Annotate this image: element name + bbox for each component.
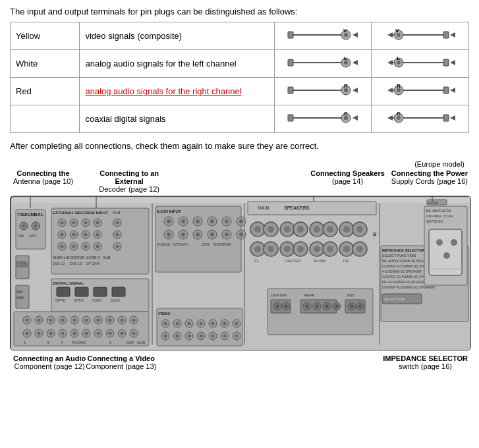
connector-right-coax: C xyxy=(372,105,469,133)
svg-marker-51 xyxy=(450,115,455,121)
svg-text:SUB: SUB xyxy=(103,256,111,260)
svg-text:SAT/SAT+: SAT/SAT+ xyxy=(173,242,189,246)
svg-text:SWITCHED: SWITCHED xyxy=(426,219,443,223)
svg-text:5.1CH INPUT: 5.1CH INPUT xyxy=(157,210,181,213)
svg-text:C: C xyxy=(344,111,348,117)
svg-point-310 xyxy=(443,252,450,259)
svg-point-206 xyxy=(188,322,191,325)
svg-text:FM: FM xyxy=(18,234,24,238)
svg-text:SELECTOR: SELECTOR xyxy=(383,297,405,301)
svg-rect-50 xyxy=(443,115,449,121)
svg-text:AM: AM xyxy=(16,290,22,294)
svg-point-239 xyxy=(297,226,304,233)
svg-text:IMPEDANCE SELECTOR: IMPEDANCE SELECTOR xyxy=(382,248,424,252)
svg-point-235 xyxy=(268,226,274,233)
svg-point-143 xyxy=(26,332,29,335)
svg-point-176 xyxy=(196,219,200,223)
svg-marker-12 xyxy=(450,32,455,38)
connector-right-white: L xyxy=(372,50,469,78)
svg-text:DVD/LD: DVD/LD xyxy=(157,242,170,246)
svg-text:COAX: COAX xyxy=(111,298,121,302)
connector-svg-right-yellow: V xyxy=(384,26,457,44)
svg-text:FR: FR xyxy=(343,259,349,263)
svg-point-263 xyxy=(356,246,363,252)
svg-text:SELECT FUNCTION: SELECT FUNCTION xyxy=(382,254,416,258)
svg-text:R: R xyxy=(344,83,348,89)
svg-marker-18 xyxy=(352,60,358,65)
svg-point-135 xyxy=(97,319,100,322)
connector-left-coax: C xyxy=(274,105,372,133)
svg-point-141 xyxy=(132,319,136,322)
svg-point-247 xyxy=(356,226,363,233)
svg-point-192 xyxy=(225,233,229,237)
svg-point-159 xyxy=(121,332,124,335)
label-impedance: IMPEDANCE SELECTOR switch (page 16) xyxy=(383,354,468,370)
svg-marker-44 xyxy=(352,115,358,121)
color-white: White xyxy=(11,50,80,78)
label-power: Connecting the Power Supply Cords (page … xyxy=(391,169,468,193)
svg-point-289 xyxy=(351,305,354,308)
svg-point-309 xyxy=(451,239,457,246)
svg-rect-40 xyxy=(288,115,293,121)
svg-rect-114 xyxy=(75,287,88,296)
diagram-section: (Europe model) Connecting the Antenna (p… xyxy=(10,160,471,370)
svg-text:OPTIC: OPTIC xyxy=(55,298,66,302)
svg-rect-115 xyxy=(94,287,107,296)
label-video-component: Connecting a Video Component (page 13) xyxy=(86,354,156,370)
svg-point-259 xyxy=(327,246,333,252)
svg-text:CENTER: CENTER xyxy=(285,259,301,263)
svg-point-291 xyxy=(358,305,362,308)
svg-point-228 xyxy=(235,335,239,338)
svg-rect-53 xyxy=(12,198,470,203)
svg-point-157 xyxy=(109,332,112,335)
svg-point-74 xyxy=(61,221,64,225)
svg-point-139 xyxy=(121,319,124,322)
desc-red: analog audio signals for the right chann… xyxy=(80,78,274,105)
svg-text:OUT: OUT xyxy=(126,341,134,345)
svg-point-204 xyxy=(176,322,179,325)
svg-text:SUB: SUB xyxy=(113,211,121,215)
svg-point-257 xyxy=(314,246,320,252)
svg-point-210 xyxy=(211,322,215,325)
svg-text:ANT: ANT xyxy=(29,234,37,238)
svg-point-86 xyxy=(84,233,88,237)
svg-text:L: L xyxy=(397,55,400,61)
svg-point-76 xyxy=(72,221,76,225)
svg-marker-45 xyxy=(387,115,393,121)
svg-point-137 xyxy=(109,319,112,322)
table-row: coaxial digital signals C C xyxy=(11,105,469,133)
svg-point-90 xyxy=(61,245,64,248)
svg-text:4-Ω 8Ω/MIN 6Ω SPEAKER: 4-Ω 8Ω/MIN 6Ω SPEAKER xyxy=(382,269,422,273)
svg-text:B: B xyxy=(373,231,377,237)
svg-marker-32 xyxy=(387,88,393,93)
svg-point-274 xyxy=(276,305,279,308)
connector-svg-left-red: R xyxy=(287,81,359,99)
svg-text:SUB: SUB xyxy=(137,341,145,345)
connector-svg-right-white: L xyxy=(384,53,457,72)
svg-text:SUB: SUB xyxy=(347,293,354,297)
svg-marker-6 xyxy=(387,32,393,38)
svg-point-107 xyxy=(116,245,119,248)
svg-point-96 xyxy=(96,245,99,248)
svg-rect-116 xyxy=(112,287,125,296)
svg-marker-25 xyxy=(450,60,455,65)
svg-text:C: C xyxy=(397,111,401,117)
svg-point-184 xyxy=(167,233,171,237)
table-row: Yellow video signals (composite) V xyxy=(11,22,469,50)
svg-marker-5 xyxy=(352,32,358,38)
svg-text:EXTERNAL DECODER INPUT: EXTERNAL DECODER INPUT xyxy=(53,211,108,215)
europe-label: (Europe model) xyxy=(10,160,471,168)
svg-point-283 xyxy=(325,305,329,308)
svg-point-129 xyxy=(61,319,65,322)
intro-text: The input and output terminals for pin p… xyxy=(10,7,469,16)
svg-point-224 xyxy=(211,335,215,338)
svg-rect-113 xyxy=(57,287,70,296)
color-red: Red xyxy=(11,78,80,105)
svg-text:8Ω+4Ω 4Ω/MIN 4Ω SPEAKER: 8Ω+4Ω 4Ω/MIN 4Ω SPEAKER xyxy=(382,280,427,284)
svg-point-216 xyxy=(164,335,167,338)
svg-point-251 xyxy=(268,246,274,252)
svg-point-149 xyxy=(61,332,65,335)
svg-point-92 xyxy=(72,245,76,248)
svg-point-178 xyxy=(210,219,214,223)
label-audio-component: Connecting an Audio Component (page 12) xyxy=(13,354,86,370)
